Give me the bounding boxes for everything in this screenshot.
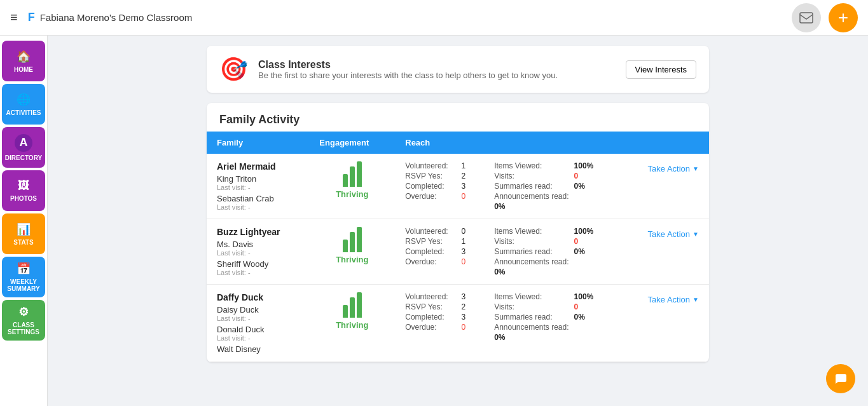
bar-chart bbox=[319, 161, 385, 187]
announcements-value: 0% bbox=[494, 333, 568, 342]
family-member-visit: Last visit: - bbox=[217, 315, 299, 322]
reach-grid: Items Viewed: 100% Visits: 0 Summaries r… bbox=[494, 292, 593, 342]
app-title: Fabiana Moreno's Demo Classroom bbox=[40, 12, 193, 23]
family-name: Ariel Mermaid bbox=[217, 161, 299, 172]
family-activity-title: Family Activity bbox=[207, 103, 709, 132]
sidebar-item-directory[interactable]: A DIRECTORY bbox=[2, 127, 45, 168]
home-icon: 🏠 bbox=[17, 50, 31, 64]
family-member-name: Ms. Davis bbox=[217, 240, 299, 249]
completed-label: Completed: bbox=[405, 313, 456, 321]
sidebar-label-home: HOME bbox=[14, 66, 33, 73]
summaries-value: 0% bbox=[574, 182, 594, 191]
engagement-cell: Thriving bbox=[309, 154, 395, 219]
directory-icon: A bbox=[15, 134, 32, 152]
completed-value: 3 bbox=[462, 182, 474, 191]
take-action-button[interactable]: Take Action ▼ bbox=[648, 164, 699, 173]
chat-button[interactable] bbox=[826, 364, 855, 393]
family-activity-table: Family Engagement Reach Ariel MermaidKin… bbox=[207, 132, 709, 362]
table-row: Buzz LightyearMs. DavisLast visit: -Sher… bbox=[207, 219, 709, 285]
overdue-label: Overdue: bbox=[405, 257, 456, 266]
engagement-cell: Thriving bbox=[309, 219, 395, 285]
overdue-value: 0 bbox=[462, 192, 474, 201]
sidebar-label-weekly: WEEKLY SUMMARY bbox=[2, 278, 45, 292]
rsvp-label: RSVP Yes: bbox=[405, 302, 456, 311]
bar-1 bbox=[343, 305, 348, 318]
thriving-label: Thriving bbox=[319, 255, 385, 264]
visits-label: Visits: bbox=[494, 172, 568, 180]
family-activity-section: Family Activity Family Engagement Reach … bbox=[207, 103, 709, 362]
completed-value: 3 bbox=[462, 313, 474, 321]
summaries-label: Summaries read: bbox=[494, 313, 568, 321]
sidebar: 🏠 HOME 🌐 ACTIVITIES A DIRECTORY 🖼 PHOTOS… bbox=[0, 36, 48, 406]
family-member-name: Sebastian Crab bbox=[217, 194, 299, 203]
sidebar-label-activities: ACTIVITIES bbox=[6, 109, 41, 116]
volunteered-label: Volunteered: bbox=[405, 227, 456, 236]
summaries-value: 0% bbox=[574, 247, 594, 256]
bar-3 bbox=[357, 227, 362, 252]
visits-value: 0 bbox=[574, 237, 594, 246]
sidebar-label-directory: DIRECTORY bbox=[5, 154, 42, 161]
rsvp-value: 2 bbox=[462, 302, 474, 311]
sidebar-label-photos: PHOTOS bbox=[10, 195, 37, 202]
volunteered-label: Volunteered: bbox=[405, 292, 456, 301]
visits-label: Visits: bbox=[494, 237, 568, 246]
reach-grid: Items Viewed: 100% Visits: 0 Summaries r… bbox=[494, 227, 593, 276]
dropdown-icon: ▼ bbox=[692, 231, 699, 238]
bar-2 bbox=[350, 297, 355, 318]
bar-chart bbox=[319, 292, 385, 318]
family-member-visit: Last visit: - bbox=[217, 269, 299, 276]
col-reach: Reach bbox=[395, 132, 709, 154]
svg-rect-0 bbox=[800, 13, 813, 23]
add-button[interactable]: + bbox=[829, 3, 858, 32]
take-action-button[interactable]: Take Action ▼ bbox=[648, 229, 699, 239]
interests-text: Class Interests Be the first to share yo… bbox=[258, 59, 558, 80]
family-member-name: Walt Disney bbox=[217, 344, 299, 354]
visits-value: 0 bbox=[574, 302, 594, 311]
overdue-value: 0 bbox=[462, 257, 474, 266]
bar-chart bbox=[319, 227, 385, 252]
sidebar-item-activities[interactable]: 🌐 ACTIVITIES bbox=[2, 84, 45, 125]
sidebar-label-stats: STATS bbox=[13, 239, 33, 246]
overdue-label: Overdue: bbox=[405, 323, 456, 332]
thriving-label: Thriving bbox=[319, 189, 385, 199]
sidebar-item-photos[interactable]: 🖼 PHOTOS bbox=[2, 170, 45, 211]
family-member-visit: Last visit: - bbox=[217, 203, 299, 211]
stats-cell: Volunteered: 0 RSVP Yes: 1 Completed: 3 … bbox=[395, 219, 484, 285]
completed-label: Completed: bbox=[405, 182, 456, 191]
view-interests-button[interactable]: View Interests bbox=[626, 60, 696, 79]
items-viewed-value: 100% bbox=[574, 227, 594, 236]
family-cell: Daffy DuckDaisy DuckLast visit: -Donald … bbox=[207, 285, 309, 362]
stats-cell: Volunteered: 1 RSVP Yes: 2 Completed: 3 … bbox=[395, 154, 484, 219]
sidebar-item-stats[interactable]: 📊 STATS bbox=[2, 213, 45, 254]
weekly-icon: 📅 bbox=[17, 262, 31, 276]
family-member-name: King Triton bbox=[217, 174, 299, 184]
interests-icon: 🎯 bbox=[219, 56, 248, 83]
table-row: Ariel MermaidKing TritonLast visit: -Seb… bbox=[207, 154, 709, 219]
sidebar-item-weekly[interactable]: 📅 WEEKLY SUMMARY bbox=[2, 257, 45, 297]
sidebar-item-settings[interactable]: ⚙ CLASS SETTINGS bbox=[2, 300, 45, 341]
announcements-label: Announcements read: bbox=[494, 257, 568, 266]
announcements-value: 0% bbox=[494, 202, 568, 211]
sidebar-item-home[interactable]: 🏠 HOME bbox=[2, 41, 45, 81]
stats-grid: Volunteered: 3 RSVP Yes: 2 Completed: 3 … bbox=[405, 292, 474, 332]
thriving-label: Thriving bbox=[319, 320, 385, 330]
topbar-right: + bbox=[792, 3, 858, 32]
reach-grid: Items Viewed: 100% Visits: 0 Summaries r… bbox=[494, 161, 593, 211]
announcements-label: Announcements read: bbox=[494, 192, 568, 201]
overdue-value: 0 bbox=[462, 323, 474, 332]
hamburger-icon[interactable]: ≡ bbox=[10, 10, 18, 25]
reach-cell: Items Viewed: 100% Visits: 0 Summaries r… bbox=[484, 219, 709, 285]
announcements-label: Announcements read: bbox=[494, 323, 568, 332]
items-viewed-value: 100% bbox=[574, 292, 594, 301]
family-cell: Ariel MermaidKing TritonLast visit: -Seb… bbox=[207, 154, 309, 219]
summaries-label: Summaries read: bbox=[494, 182, 568, 191]
reach-cell: Items Viewed: 100% Visits: 0 Summaries r… bbox=[484, 285, 709, 362]
mail-button[interactable] bbox=[792, 3, 821, 32]
volunteered-value: 0 bbox=[462, 227, 474, 236]
family-name: Buzz Lightyear bbox=[217, 227, 299, 237]
family-member-name: Daisy Duck bbox=[217, 305, 299, 315]
main-content: 🎯 Class Interests Be the first to share … bbox=[48, 36, 868, 406]
family-name: Daffy Duck bbox=[217, 292, 299, 302]
visits-label: Visits: bbox=[494, 302, 568, 311]
take-action-button[interactable]: Take Action ▼ bbox=[648, 295, 699, 304]
